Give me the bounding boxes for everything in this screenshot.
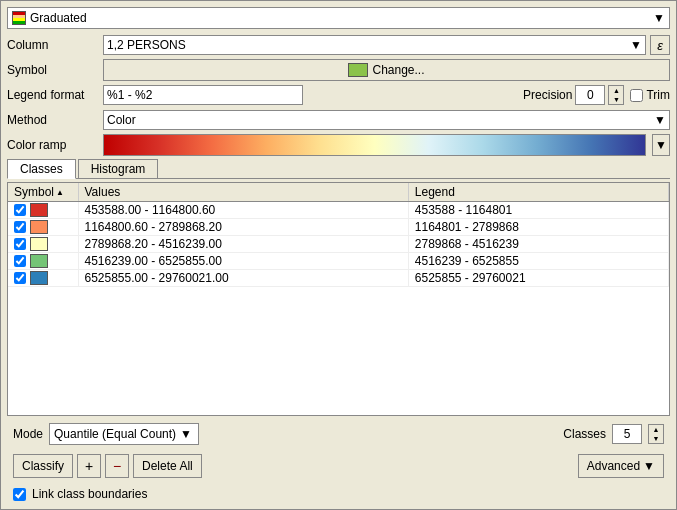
column-header-values[interactable]: Values [78,183,408,202]
column-value: 1,2 PERSONS [107,38,186,52]
column-label: Column [7,38,97,52]
advanced-button[interactable]: Advanced ▼ [578,454,664,478]
trim-checkbox[interactable] [630,89,643,102]
legend-format-row: Legend format Precision ▲ ▼ Trim [7,84,670,106]
classification-table: Symbol ▲ Values Legend [7,182,670,416]
renderer-type-row: Graduated ▼ [7,5,670,31]
classify-button[interactable]: Classify [13,454,73,478]
precision-up-button[interactable]: ▲ [609,86,623,95]
row-color-swatch-0 [30,203,48,217]
row-checkbox-4[interactable] [14,272,26,284]
link-boundaries-label: Link class boundaries [32,487,147,501]
trim-group: Trim [630,88,670,102]
precision-input[interactable] [575,85,605,105]
row-color-swatch-3 [30,254,48,268]
sort-indicator: ▲ [56,188,64,197]
mode-classes-row: Mode Quantile (Equal Count) ▼ Classes ▲ … [7,419,670,449]
symbol-label: Symbol [7,63,97,77]
row-checkbox-1[interactable] [14,221,26,233]
mode-group: Mode Quantile (Equal Count) ▼ [13,423,199,445]
classes-label: Classes [563,427,606,441]
table-row: 4516239.00 - 6525855.004516239 - 6525855 [8,253,669,270]
row-legend-0: 453588 - 1164801 [408,202,668,219]
mode-value: Quantile (Equal Count) [54,427,176,441]
method-select[interactable]: Color ▼ [103,110,670,130]
mode-select[interactable]: Quantile (Equal Count) ▼ [49,423,199,445]
graduated-icon [12,11,26,25]
column-row: Column 1,2 PERSONS ▼ ε [7,34,670,56]
row-checkbox-0[interactable] [14,204,26,216]
precision-spinner[interactable]: ▲ ▼ [608,85,624,105]
classes-spinner[interactable]: ▲ ▼ [648,424,664,444]
row-legend-4: 6525855 - 29760021 [408,270,668,287]
row-color-swatch-2 [30,237,48,251]
row-values-4: 6525855.00 - 29760021.00 [78,270,408,287]
renderer-type-select[interactable]: Graduated ▼ [7,7,670,29]
renderer-dropdown-arrow: ▼ [653,11,665,25]
method-dropdown-arrow: ▼ [654,113,666,127]
legend-format-label: Legend format [7,88,97,102]
row-checkbox-3[interactable] [14,255,26,267]
precision-label: Precision [523,88,572,102]
column-header-legend[interactable]: Legend [408,183,668,202]
add-class-button[interactable]: + [77,454,101,478]
column-select[interactable]: 1,2 PERSONS ▼ [103,35,646,55]
color-ramp-dropdown-arrow: ▼ [655,138,667,152]
color-ramp-display[interactable] [103,134,646,156]
advanced-dropdown-arrow: ▼ [643,459,655,473]
left-action-buttons: Classify + − Delete All [13,454,202,478]
row-legend-2: 2789868 - 4516239 [408,236,668,253]
method-row: Method Color ▼ [7,109,670,131]
row-values-1: 1164800.60 - 2789868.20 [78,219,408,236]
row-legend-3: 4516239 - 6525855 [408,253,668,270]
row-values-2: 2789868.20 - 4516239.00 [78,236,408,253]
classes-group: Classes ▲ ▼ [563,424,664,444]
row-values-3: 4516239.00 - 6525855.00 [78,253,408,270]
symbol-color-swatch [348,63,368,77]
remove-icon: − [113,458,121,474]
table-row: 2789868.20 - 4516239.002789868 - 4516239 [8,236,669,253]
mode-label: Mode [13,427,43,441]
method-value: Color [107,113,136,127]
color-ramp-row: Color ramp ▼ [7,134,670,156]
classes-up-button[interactable]: ▲ [649,425,663,434]
column-dropdown-arrow: ▼ [630,38,642,52]
symbol-row: Symbol Change... [7,59,670,81]
color-ramp-label: Color ramp [7,138,97,152]
trim-label: Trim [646,88,670,102]
remove-class-button[interactable]: − [105,454,129,478]
column-header-symbol[interactable]: Symbol ▲ [8,183,78,202]
classes-down-button[interactable]: ▼ [649,434,663,443]
row-values-0: 453588.00 - 1164800.60 [78,202,408,219]
table-header-row: Symbol ▲ Values Legend [8,183,669,202]
table-row: 453588.00 - 1164800.60453588 - 1164801 [8,202,669,219]
change-label: Change... [372,63,424,77]
row-legend-1: 1164801 - 2789868 [408,219,668,236]
epsilon-button[interactable]: ε [650,35,670,55]
delete-all-button[interactable]: Delete All [133,454,202,478]
row-color-swatch-1 [30,220,48,234]
table-row: 6525855.00 - 29760021.006525855 - 297600… [8,270,669,287]
method-label: Method [7,113,97,127]
renderer-type-label: Graduated [30,11,87,25]
tabs-row: Classes Histogram [7,159,670,179]
legend-format-input[interactable] [103,85,303,105]
action-buttons-row: Classify + − Delete All Advanced ▼ [7,452,670,482]
color-ramp-dropdown[interactable]: ▼ [652,134,670,156]
epsilon-icon: ε [657,38,663,53]
tab-histogram[interactable]: Histogram [78,159,159,178]
precision-down-button[interactable]: ▼ [609,95,623,104]
mode-dropdown-arrow: ▼ [180,427,192,441]
classes-input[interactable] [612,424,642,444]
right-action-buttons: Advanced ▼ [578,454,664,478]
link-boundaries-checkbox[interactable] [13,488,26,501]
link-boundaries-row: Link class boundaries [7,485,670,505]
change-symbol-button[interactable]: Change... [103,59,670,81]
table-row: 1164800.60 - 2789868.201164801 - 2789868 [8,219,669,236]
add-icon: + [85,458,93,474]
precision-group: Precision ▲ ▼ [523,85,624,105]
tab-classes[interactable]: Classes [7,159,76,179]
row-checkbox-2[interactable] [14,238,26,250]
row-color-swatch-4 [30,271,48,285]
main-window: Graduated ▼ Column 1,2 PERSONS ▼ ε Symbo… [0,0,677,510]
